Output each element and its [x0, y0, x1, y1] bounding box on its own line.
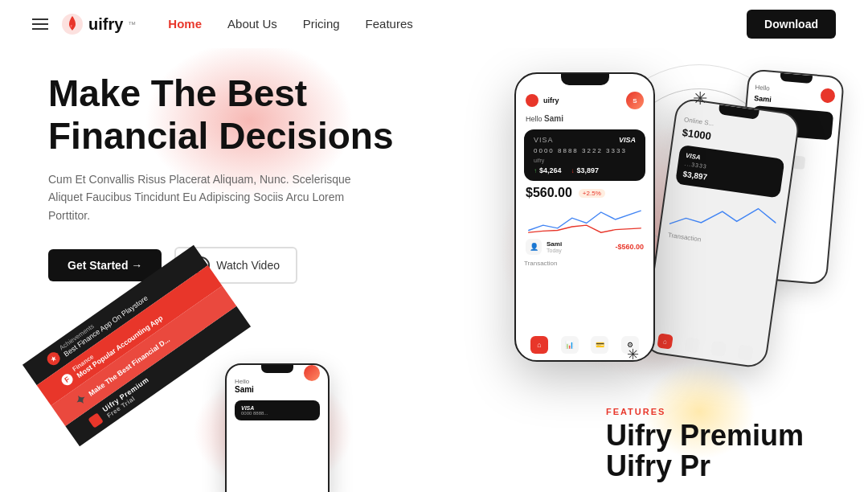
- finance-icon: F: [59, 371, 75, 387]
- transaction-info: Sami Today: [547, 240, 610, 253]
- phone-logo-dot: [526, 94, 538, 107]
- transaction-amount: -$560.00: [615, 243, 644, 251]
- p2-nav-home: ⌂: [657, 333, 673, 349]
- logo-icon: [61, 13, 84, 35]
- visa-logo: VISA: [619, 136, 636, 144]
- hamburger-menu[interactable]: [32, 18, 48, 30]
- bottom-phone-notch: [261, 365, 293, 373]
- star-icon: ✦: [72, 391, 90, 409]
- premium-icon: [88, 412, 103, 428]
- nav-about[interactable]: About Us: [227, 17, 277, 31]
- watch-video-label: Watch Video: [216, 259, 280, 272]
- logo: uifry ™: [61, 13, 136, 35]
- bottom-phone: Hello Sami VISA 0000 8888...: [225, 363, 330, 492]
- bottom-phone-card: VISA 0000 8888...: [235, 400, 320, 420]
- phones-container: uifry S Hello Sami VISA VISA 0000 8888 3…: [466, 56, 836, 458]
- phone-main: uifry S Hello Sami VISA VISA 0000 8888 3…: [514, 72, 655, 362]
- hero-title-line2: Financial Decisions: [48, 115, 393, 157]
- nav-pricing[interactable]: Pricing: [303, 17, 340, 31]
- bottom-phone-content: Hello Sami VISA 0000 8888...: [227, 373, 328, 425]
- hero-title-line1: Make The Best: [48, 72, 307, 114]
- transaction-name: Sami: [547, 240, 610, 248]
- phone2-content: Online S... $1000 VISA ...3333 $3,897 Tr…: [658, 109, 797, 260]
- card-holder: uifry: [534, 158, 636, 163]
- hero-subtitle: Cum Et Convallis Risus Placerat Aliquam,…: [48, 170, 370, 224]
- expense-arrow: ↓: [571, 167, 575, 174]
- mini-chart-svg: [522, 205, 647, 234]
- phone-hello: Hello Sami: [516, 113, 653, 126]
- phone-second: Online S... $1000 VISA ...3333 $3,897 Tr…: [641, 97, 800, 369]
- download-button[interactable]: Download: [747, 10, 836, 39]
- card-number: 0000 8888 3222 3333: [534, 147, 636, 154]
- phone-logo-area: uifry: [526, 94, 559, 107]
- phone2-bottom-nav: ⌂: [645, 331, 767, 363]
- nav-chart-dot: 📊: [561, 336, 579, 354]
- income-item: ↑ $4,264: [534, 166, 562, 174]
- card-balance-row: ↑ $4,264 ↓ $3,897: [534, 166, 636, 174]
- balance-row: $560.00 +2.5%: [526, 186, 644, 200]
- badge-icon: ★: [44, 350, 62, 367]
- features-label: FEATURES: [606, 407, 804, 416]
- nav-links: Home About Us Pricing Features: [168, 17, 747, 31]
- asterisk-top: ✳: [693, 88, 707, 109]
- features-title-text: Uifry Premium: [606, 419, 804, 452]
- features-partial-text: Uifry Pr: [606, 452, 710, 482]
- bottom-phone-name: Sami: [235, 385, 320, 394]
- navbar: uifry ™ Home About Us Pricing Features D…: [0, 0, 868, 48]
- nav-card-dot: 💳: [591, 336, 608, 354]
- phone-header: uifry S: [516, 85, 653, 113]
- transaction-icon: 👤: [526, 239, 542, 255]
- features-section: FEATURES Uifry Premium Uifry Pr: [606, 407, 804, 484]
- hero-buttons: Get Started → Watch Video: [48, 247, 450, 284]
- phone-logo-name: uifry: [543, 96, 559, 105]
- income-amount: $4,264: [539, 166, 562, 174]
- nav-features[interactable]: Features: [366, 17, 413, 31]
- features-title: Uifry Premium: [606, 420, 804, 452]
- income-arrow: ↑: [534, 167, 537, 174]
- expense-item: ↓ $3,897: [571, 166, 600, 174]
- features-title-clipped: Uifry Pr: [606, 452, 804, 484]
- expense-amount: $3,897: [577, 166, 600, 174]
- get-started-button[interactable]: Get Started →: [48, 249, 162, 281]
- p2-nav-2: [684, 337, 700, 353]
- p2-nav-4: [738, 344, 754, 360]
- p2-nav-3: [710, 341, 727, 357]
- nav-home-dot: ⌂: [530, 336, 548, 354]
- logo-text: uifry: [88, 15, 123, 34]
- phone-notch: [561, 74, 609, 85]
- asterisk-bottom: ✳: [627, 346, 639, 363]
- main-balance: $560.00 +2.5%: [516, 184, 653, 203]
- transaction-date: Today: [547, 248, 610, 253]
- bottom-phone-avatar: [304, 365, 320, 381]
- hero-title: Make The Best Financial Decisions: [48, 72, 450, 158]
- bottom-card-visa: VISA: [241, 405, 313, 411]
- bottom-card-num: 0000 8888...: [241, 411, 313, 416]
- card-visa-row: VISA VISA: [534, 136, 636, 144]
- card-brand-label: VISA: [534, 136, 554, 144]
- transaction-row: 👤 Sami Today -$560.00: [516, 236, 653, 258]
- logo-trademark: ™: [128, 20, 136, 29]
- nav-home[interactable]: Home: [168, 17, 202, 31]
- balance-change: +2.5%: [579, 189, 605, 198]
- chart-area: [516, 203, 653, 236]
- phone-user-name: Sami: [544, 114, 563, 123]
- transaction-label: Transaction: [516, 258, 653, 269]
- phone-avatar: S: [626, 92, 644, 109]
- balance-amount: $560.00: [526, 186, 572, 200]
- phone-card: VISA VISA 0000 8888 3222 3333 uifry ↑ $4…: [524, 129, 645, 181]
